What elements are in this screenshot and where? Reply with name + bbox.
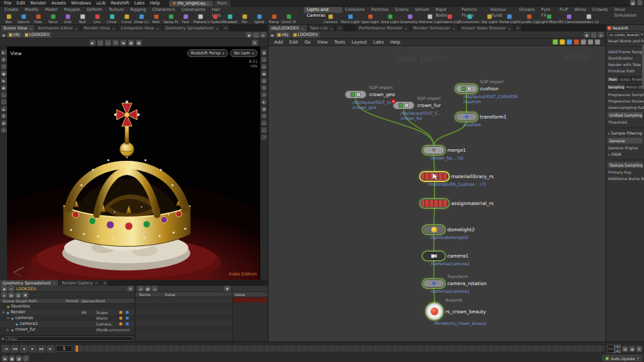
shelf-tool-spot-light[interactable]: Spot Light xyxy=(360,13,380,25)
menu-redshift[interactable]: Redshift xyxy=(108,1,131,6)
scene-viewport[interactable]: ▶✚↺■◆●○□▲▼▣≡ ▣⌂◎●▤⚙☀◐▦≡○□? View Redshift… xyxy=(0,47,268,280)
display-wireframe-icon[interactable]: □ xyxy=(1,99,6,104)
param-button-denoise[interactable]: Denoise xyxy=(607,138,643,144)
shelf-tab-wires[interactable]: Wires xyxy=(572,7,590,13)
playhead[interactable] xyxy=(76,345,78,352)
shelf-tab-pyro-fx[interactable]: Pyro FX xyxy=(538,7,556,13)
shelf-tab-particles[interactable]: Particles xyxy=(368,7,392,13)
node-chip-rs-crown-beauty[interactable] xyxy=(426,303,443,320)
link-icon[interactable]: ∞ xyxy=(8,286,14,292)
param-button-texture-sampling[interactable]: Texture Sampling xyxy=(607,162,643,168)
filter-funnel-icon[interactable]: ▼ xyxy=(22,292,28,298)
dependency-links-icon[interactable] xyxy=(574,39,579,45)
transport-jump-start-button[interactable]: |◀ xyxy=(2,345,10,352)
net-menu-tools[interactable]: Tools xyxy=(331,40,348,45)
shelf-tool-line[interactable]: Line xyxy=(90,13,104,25)
close-tab-icon[interactable]: × xyxy=(215,26,219,31)
network-editor-canvas[interactable]: Indie Edition Solaris SOP Importcrown_ge… xyxy=(268,46,606,341)
close-tab-icon[interactable]: × xyxy=(452,26,456,31)
pane-tab-render-view[interactable]: Render View× xyxy=(81,25,119,31)
close-tab-icon[interactable]: × xyxy=(404,26,408,31)
expand-caret-icon[interactable]: ▸ xyxy=(6,327,10,333)
scale-tool-icon[interactable]: ■ xyxy=(1,71,6,76)
close-tab-icon[interactable]: × xyxy=(508,26,511,31)
shelf-tool-quick-shapes[interactable]: Quick Shapes xyxy=(281,13,296,25)
camera-lock-icon[interactable]: ▣ xyxy=(136,40,142,45)
node-chip-domelight2[interactable] xyxy=(423,226,445,234)
param-section-oidn[interactable]: ▸OIDN xyxy=(606,151,644,158)
lock-icon[interactable]: ▣ xyxy=(2,33,6,37)
audio-icon[interactable]: ♪ xyxy=(23,356,29,361)
find-node-icon[interactable] xyxy=(588,39,593,45)
shelf-tool-rs-camera[interactable]: RS Camera xyxy=(559,13,579,25)
path-segment-lookdev[interactable]: LOOKDEV xyxy=(292,32,320,38)
pane-tab-render-scheduler[interactable]: Render Scheduler× xyxy=(411,25,459,31)
handle-tool-icon[interactable]: ◆ xyxy=(1,78,6,83)
shelf-tool-metaball[interactable]: Metaball xyxy=(222,13,237,25)
tree-column-scene-graph-path[interactable]: Scene Graph Path xyxy=(3,299,37,304)
expand-caret-icon[interactable]: ▾ xyxy=(6,315,10,321)
transport-play-forward-button[interactable]: ▶▶ xyxy=(38,345,45,352)
tree-filter-input[interactable] xyxy=(6,336,133,341)
path-segment-lookdev[interactable]: LOOKDEV xyxy=(23,32,51,38)
lasso-select-icon[interactable]: ○ xyxy=(105,40,111,45)
param-tab-sampling[interactable]: Sampling xyxy=(607,84,625,90)
shelf-tab-rigging[interactable]: Rigging xyxy=(127,7,149,13)
shelf-tool-path[interactable]: Path xyxy=(149,13,163,25)
shelf-tab-particle-fluids[interactable]: Particle Fluids xyxy=(459,7,488,13)
close-tab-icon[interactable]: × xyxy=(329,26,333,31)
shelf-tool-draw-curve[interactable]: Draw Curve xyxy=(134,13,149,25)
flat-view-icon[interactable]: ▤ xyxy=(8,292,14,298)
close-tab-icon[interactable]: × xyxy=(301,26,304,31)
net-menu-go[interactable]: Go xyxy=(301,40,314,45)
shelf-tool-l-system[interactable]: L-System xyxy=(208,13,222,25)
grid-icon[interactable]: ▦ xyxy=(128,40,134,45)
settings-gear-icon[interactable]: ⚙ xyxy=(252,40,258,45)
desktop-tab-main[interactable]: Main xyxy=(213,1,231,6)
desktop-tab-ms-singlelay[interactable]: ms_singleLay... xyxy=(169,1,213,6)
tree-row-cameras[interactable]: ▾◈camerasXform xyxy=(0,315,135,321)
columns-icon[interactable]: ▥ xyxy=(15,292,21,298)
timeline-ruler[interactable] xyxy=(74,345,606,352)
menu-assets[interactable]: Assets xyxy=(49,1,69,6)
display-points-icon[interactable]: ○ xyxy=(1,92,6,97)
global-end-field[interactable] xyxy=(607,349,621,353)
menu-edit[interactable]: Edit xyxy=(14,1,28,6)
close-tab-icon[interactable]: × xyxy=(111,26,115,31)
add-tab-button[interactable]: + xyxy=(101,280,109,286)
node-chip-crown-geo[interactable] xyxy=(345,90,367,99)
rotate-tool-icon[interactable]: ↺ xyxy=(1,64,6,69)
shelf-tab-create[interactable]: Create xyxy=(1,7,22,13)
viewport-menu-icon[interactable]: ≡ xyxy=(1,128,6,133)
pane-menu-icon[interactable]: ≡ xyxy=(598,32,604,38)
auto-update-selector[interactable]: Auto Update ▼ xyxy=(602,355,642,361)
add-tab-button[interactable]: + xyxy=(515,25,522,31)
window-layout-icon[interactable]: ▦ xyxy=(630,0,636,6)
maximize-pane-icon[interactable]: □ xyxy=(253,32,259,38)
shelf-tab-rigid-bodies[interactable]: Rigid Bodies xyxy=(433,7,459,13)
menu-ulib[interactable]: uLib xyxy=(94,1,108,6)
help-icon[interactable]: ? xyxy=(261,135,267,140)
tree-row-crown-fur[interactable]: ▸◈crown_furXform2 component xyxy=(0,327,135,333)
menu-labs[interactable]: Labs xyxy=(131,1,147,6)
brush-select-icon[interactable]: ✎ xyxy=(113,40,119,45)
shelf-tool-font[interactable]: Font xyxy=(178,13,193,25)
tree-view-icon[interactable]: ≡ xyxy=(1,292,7,298)
visibility-dot[interactable] xyxy=(119,322,122,325)
pin-icon[interactable]: ◆ xyxy=(1,286,7,292)
shelf-tool-null[interactable]: Null xyxy=(75,13,90,25)
tree-row-render[interactable]: ▾◈Render49Scope xyxy=(0,309,135,315)
menu-help[interactable]: Help xyxy=(147,1,163,6)
update-mode-icon[interactable] xyxy=(552,39,558,45)
network-overview-icon[interactable] xyxy=(595,39,600,45)
close-tab-icon[interactable]: × xyxy=(156,26,160,31)
ruler-icon[interactable]: ≡ xyxy=(261,113,267,119)
pane-tab-animation-editor[interactable]: Animation Editor× xyxy=(35,25,81,31)
shelf-tool-file[interactable]: File xyxy=(237,13,252,25)
node-chip-merge1[interactable]: ≡ xyxy=(423,146,445,154)
path-segment-obj[interactable]: obj xyxy=(7,32,22,38)
select-arrow-icon[interactable]: ▶ xyxy=(90,40,95,45)
visibility-dot[interactable] xyxy=(119,311,122,314)
shelf-tool-caustic-light[interactable]: Caustic Light xyxy=(519,13,539,25)
flipbook-icon[interactable]: ▤ xyxy=(261,78,267,83)
